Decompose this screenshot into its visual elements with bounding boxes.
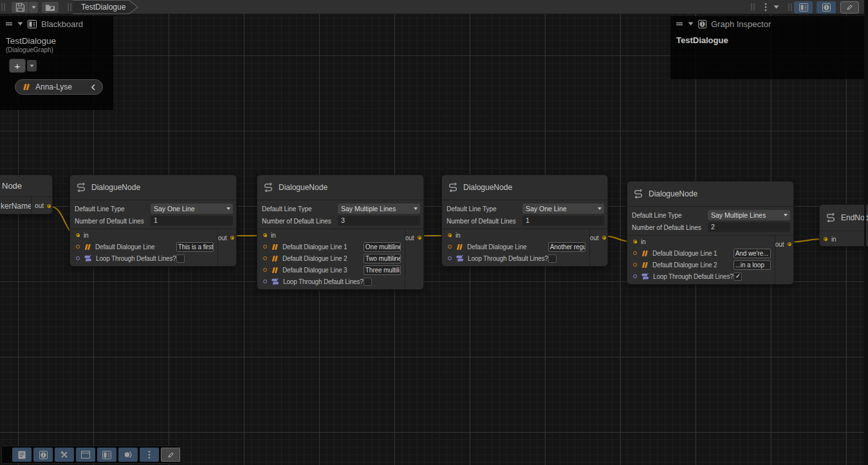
add-field-button[interactable]: +: [9, 59, 26, 73]
more-options-button[interactable]: [140, 448, 159, 462]
in-port[interactable]: [76, 233, 80, 237]
dialogue-line-field[interactable]: Three multili: [364, 265, 401, 275]
string-port-row: Default Dialogue Line 2Two multiline: [263, 252, 405, 264]
toggle-inspector-button[interactable]: [817, 1, 836, 14]
collapse-arrow-icon[interactable]: [688, 22, 694, 26]
quote-icon: [271, 267, 279, 274]
loop-checkbox[interactable]: [548, 254, 557, 263]
number-field[interactable]: 2: [708, 222, 790, 232]
collapse-chevron-icon[interactable]: [91, 84, 96, 91]
info-icon: [39, 451, 48, 459]
save-button[interactable]: [12, 2, 28, 13]
string-port[interactable]: [263, 268, 267, 272]
blackboard-field-anna-lyse[interactable]: Anna-Lyse: [15, 79, 103, 95]
enum-dropdown[interactable]: Say One Line: [522, 204, 604, 214]
drag-handle-icon: [5, 21, 13, 26]
dialogue-node-3[interactable]: DialogueNodeDefault Line TypeSay One Lin…: [441, 175, 608, 267]
out-port[interactable]: [230, 236, 234, 240]
dialogue-line-field[interactable]: ...in a loop: [734, 260, 771, 270]
speaker-node-partial[interactable]: NodekerNameout: [0, 175, 53, 214]
enum-dropdown[interactable]: Say One Line: [151, 204, 233, 214]
toggle-console-button[interactable]: [12, 448, 32, 462]
out-port[interactable]: [788, 242, 791, 246]
blackboard-title: Blackboard: [41, 19, 83, 29]
folder-icon: [45, 3, 55, 12]
input-port-row: in: [448, 229, 589, 241]
more-options-button[interactable]: [764, 3, 767, 12]
number-field[interactable]: 3: [338, 216, 420, 225]
dialogue-line-field[interactable]: And we're...: [734, 249, 771, 258]
asset-tab[interactable]: TestDialogue: [73, 0, 138, 14]
string-port-row: Default Dialogue Line 1One multiline: [263, 241, 405, 252]
output-port-row: out: [405, 232, 425, 243]
port-label: Default Dialogue Line: [95, 243, 176, 251]
in-port-label: in: [456, 232, 589, 239]
input-port-row: in: [633, 236, 775, 247]
toggle-tools-button[interactable]: [55, 448, 74, 462]
toggle-blackboard-button[interactable]: [97, 448, 116, 462]
dropdown-arrow-icon: [30, 64, 34, 68]
port-label: Loop Through Default Lines?: [96, 255, 176, 262]
pen-icon: [167, 451, 175, 459]
string-port[interactable]: [263, 256, 267, 260]
in-port[interactable]: [448, 233, 452, 237]
toggle-window-button[interactable]: [76, 448, 95, 462]
open-asset-button[interactable]: [42, 2, 59, 13]
toggle-minimap-button[interactable]: [840, 1, 859, 14]
dialogue-node-1[interactable]: DialogueNodeDefault Line TypeSay One Lin…: [69, 175, 237, 267]
loop-checkbox[interactable]: [364, 278, 372, 286]
kebab-icon: [764, 3, 767, 12]
collapse-arrow-icon[interactable]: [17, 22, 23, 26]
save-dropdown-button[interactable]: [29, 2, 38, 13]
toggle-flow-button[interactable]: [118, 448, 138, 462]
dialogue-line-field[interactable]: One multiline: [364, 242, 401, 252]
graph-inspector-graph-name: TestDialogue: [676, 35, 858, 45]
node-title: DialogueNode: [627, 182, 793, 207]
enum-dropdown[interactable]: Say Multiple Lines: [338, 204, 420, 214]
end-node[interactable]: EndNodein: [819, 204, 868, 247]
port-label: Default Dialogue Line 1: [652, 250, 734, 257]
enum-dropdown[interactable]: Say Multiple Lines: [708, 210, 790, 220]
string-port[interactable]: [633, 251, 637, 255]
more-options-dropdown[interactable]: [773, 5, 779, 9]
bool-port[interactable]: [448, 256, 452, 260]
toggle-blackboard-button[interactable]: [794, 1, 813, 14]
in-port[interactable]: [263, 233, 267, 237]
toggle-pen-button[interactable]: [161, 448, 180, 462]
dialogue-node-2[interactable]: DialogueNodeDefault Line TypeSay Multipl…: [257, 175, 424, 290]
loop-checkbox[interactable]: [176, 254, 185, 263]
dialogue-line-field[interactable]: Another regu: [548, 242, 586, 252]
input-port-row: in: [76, 229, 217, 241]
blackboard-header[interactable]: Blackboard: [0, 16, 113, 32]
bool-port[interactable]: [76, 256, 80, 260]
string-port[interactable]: [263, 245, 267, 249]
out-port-label: out: [405, 234, 414, 242]
dialogue-node-4[interactable]: DialogueNodeDefault Line TypeSay Multipl…: [627, 181, 794, 285]
number-field[interactable]: 1: [522, 216, 604, 225]
out-port[interactable]: [418, 236, 421, 240]
dialogue-line-field[interactable]: Two multiline: [364, 254, 401, 263]
in-port[interactable]: [824, 237, 827, 241]
bool-port[interactable]: [633, 274, 637, 278]
bool-port[interactable]: [263, 280, 267, 283]
node-title-label: Node: [2, 181, 22, 191]
quote-icon: [271, 255, 279, 262]
toggle-info-button[interactable]: [33, 448, 53, 462]
save-icon: [15, 3, 25, 12]
add-field-dropdown[interactable]: [27, 60, 37, 71]
number-field[interactable]: 1: [151, 216, 233, 225]
graph-inspector-header[interactable]: Graph Inspector: [670, 16, 864, 32]
property-label: Number of Default Lines: [632, 224, 701, 231]
asset-tab-label: TestDialogue: [81, 3, 125, 12]
string-port[interactable]: [448, 245, 452, 249]
property-row: Default Line TypeSay Multiple Lines: [632, 210, 790, 220]
out-port[interactable]: [47, 204, 51, 208]
window-edge-line: [864, 0, 866, 465]
dialogue-line-field[interactable]: This is a first: [176, 242, 214, 252]
loop-checkbox[interactable]: [734, 272, 742, 281]
out-port[interactable]: [602, 236, 606, 240]
loop-icon: [271, 278, 279, 285]
string-port[interactable]: [76, 245, 80, 249]
in-port[interactable]: [633, 240, 637, 243]
string-port[interactable]: [633, 263, 637, 267]
